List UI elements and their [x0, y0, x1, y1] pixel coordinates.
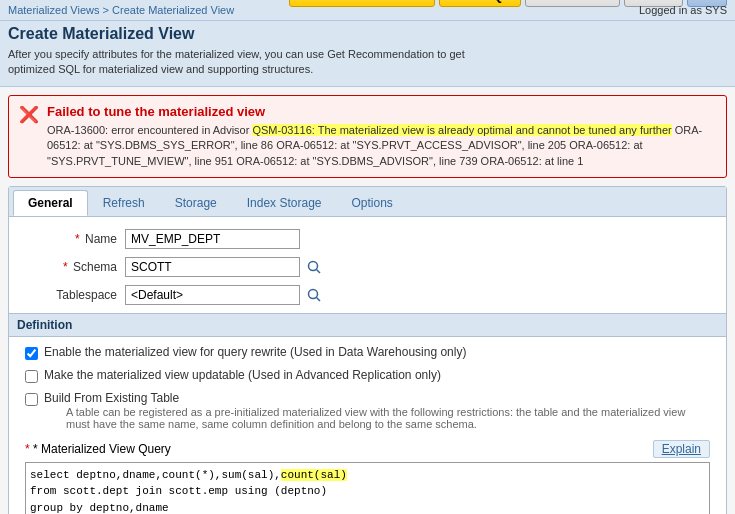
- query-line1: select deptno,dname,count(*),sum(sal),co…: [30, 467, 705, 484]
- tablespace-label: Tablespace: [25, 288, 125, 302]
- checkbox3-build-from-existing[interactable]: [25, 393, 38, 406]
- error-title: Failed to tune the materialized view: [47, 104, 716, 119]
- query-section: * * Materialized View Query Explain sele…: [25, 440, 710, 514]
- tablespace-row: Tablespace: [25, 285, 710, 305]
- svg-line-1: [317, 269, 321, 273]
- breadcrumb-current: Create Materialized View: [112, 4, 234, 16]
- checkbox1-enable-query-rewrite[interactable]: [25, 347, 38, 360]
- breadcrumb-link[interactable]: Materialized Views: [8, 4, 100, 16]
- tab-refresh[interactable]: Refresh: [88, 190, 160, 216]
- checkbox2-label: Make the materialized view updatable (Us…: [44, 368, 441, 382]
- explain-button[interactable]: Explain: [653, 440, 710, 458]
- get-recommendation-button[interactable]: Get Recommendation: [289, 0, 435, 7]
- page-description: After you specify attributes for the mat…: [8, 47, 508, 78]
- name-label: * Name: [25, 232, 125, 246]
- query-label-text: * * Materialized View Query: [25, 442, 171, 456]
- checkbox2-updatable[interactable]: [25, 370, 38, 383]
- svg-point-2: [309, 289, 318, 298]
- tablespace-search-icon[interactable]: [304, 285, 324, 305]
- checkbox3-label: Build From Existing Table: [44, 391, 179, 405]
- error-box: ❌ Failed to tune the materialized view O…: [8, 95, 727, 178]
- query-label-main: * Materialized View Query: [33, 442, 171, 456]
- tab-general[interactable]: General: [13, 190, 88, 216]
- checkbox1-row: Enable the materialized view for query r…: [25, 345, 710, 360]
- definition-section-header: Definition: [9, 313, 726, 337]
- schema-input[interactable]: [125, 257, 300, 277]
- query-line3: group by deptno,dname: [30, 500, 705, 514]
- tablespace-label-text: Tablespace: [56, 288, 117, 302]
- checkbox1-label: Enable the materialized view for query r…: [44, 345, 466, 359]
- schema-search-icon[interactable]: [304, 257, 324, 277]
- error-highlight: QSM-03116: The materialized view is alre…: [252, 124, 671, 136]
- tab-container: General Refresh Storage Index Storage Op…: [8, 186, 727, 514]
- schema-label-text: Schema: [73, 260, 117, 274]
- checkbox2-row: Make the materialized view updatable (Us…: [25, 368, 710, 383]
- query-display[interactable]: select deptno,dname,count(*),sum(sal),co…: [25, 462, 710, 514]
- name-required-star: *: [75, 232, 80, 246]
- logged-in-text: Logged in as SYS: [639, 4, 727, 16]
- checkbox3-description: A table can be registered as a pre-initi…: [66, 406, 710, 430]
- breadcrumb-separator: >: [103, 4, 109, 16]
- tablespace-input[interactable]: [125, 285, 300, 305]
- error-icon: ❌: [19, 105, 39, 124]
- schema-required-star: *: [63, 260, 68, 274]
- tab-bar: General Refresh Storage Index Storage Op…: [9, 187, 726, 217]
- schema-label: * Schema: [25, 260, 125, 274]
- svg-line-3: [317, 297, 321, 301]
- name-label-text: Name: [85, 232, 117, 246]
- page-header: Get Recommendation Show SQL Schedule Job…: [0, 21, 735, 87]
- tab-index-storage[interactable]: Index Storage: [232, 190, 337, 216]
- tab-options[interactable]: Options: [336, 190, 407, 216]
- tab-storage[interactable]: Storage: [160, 190, 232, 216]
- breadcrumb: Materialized Views > Create Materialized…: [8, 4, 234, 16]
- name-row: * Name: [25, 229, 710, 249]
- error-text: ORA-13600: error encountered in Advisor …: [47, 123, 716, 169]
- name-input[interactable]: [125, 229, 300, 249]
- query-line2: from scott.dept join scott.emp using (de…: [30, 483, 705, 500]
- schema-row: * Schema: [25, 257, 710, 277]
- checkbox3-row: Build From Existing Table A table can be…: [25, 391, 710, 430]
- schedule-job-button[interactable]: Schedule Job: [525, 0, 620, 7]
- tab-general-content: * Name * Schema: [9, 217, 726, 514]
- query-label-row: * * Materialized View Query Explain: [25, 440, 710, 458]
- show-sql-button[interactable]: Show SQL: [439, 0, 521, 7]
- page-title: Create Materialized View: [8, 25, 727, 43]
- content-area: ❌ Failed to tune the materialized view O…: [0, 87, 735, 514]
- svg-point-0: [309, 261, 318, 270]
- query-highlight: count(sal): [281, 469, 347, 481]
- error-text-before: ORA-13600: error encountered in Advisor: [47, 124, 252, 136]
- error-content: Failed to tune the materialized view ORA…: [47, 104, 716, 169]
